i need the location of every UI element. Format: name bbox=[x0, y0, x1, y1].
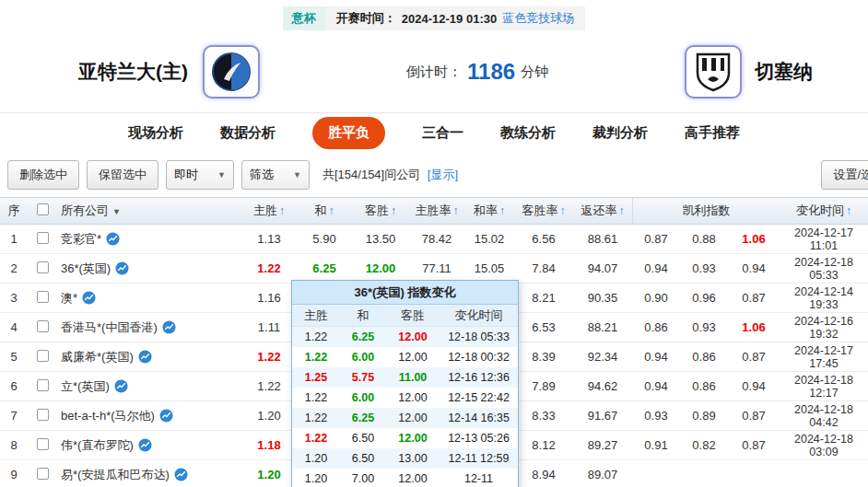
popup-odds-cell: 1.22 bbox=[292, 412, 340, 424]
company-cell[interactable]: 36*(英国) bbox=[57, 261, 241, 277]
popup-header-cell: 主胜 bbox=[292, 307, 340, 324]
tab-live-analysis[interactable]: 现场分析 bbox=[128, 124, 183, 142]
sort-asc-icon[interactable]: ↑ bbox=[560, 204, 566, 217]
show-link[interactable]: [显示] bbox=[428, 168, 458, 181]
row-checkbox[interactable] bbox=[37, 438, 49, 450]
row-checkbox-cell bbox=[28, 409, 57, 423]
row-checkbox[interactable] bbox=[37, 379, 49, 391]
odds-cell: 0.94 bbox=[728, 261, 780, 275]
popup-odds-cell: 1.25 bbox=[292, 371, 340, 384]
odds-cell: 1.16 bbox=[241, 291, 297, 305]
popup-time-cell: 12-11 12:59 bbox=[440, 452, 518, 465]
company-cell[interactable]: 香港马*(中国香港) bbox=[57, 319, 241, 336]
odds-cell: 89.07 bbox=[573, 468, 632, 481]
sort-asc-icon[interactable]: ↑ bbox=[279, 204, 285, 217]
delete-selected-button[interactable]: 删除选中 bbox=[7, 160, 79, 190]
sort-asc-icon[interactable]: ↑ bbox=[619, 204, 625, 217]
tab-win-draw-lose[interactable]: 胜平负 bbox=[312, 117, 385, 149]
company-cell[interactable]: 立*(英国) bbox=[57, 378, 241, 395]
row-checkbox-cell bbox=[28, 232, 57, 247]
header-away-rate[interactable]: 客胜率↑ bbox=[514, 203, 573, 219]
header-away-win[interactable]: 客胜↑ bbox=[352, 203, 409, 219]
sort-asc-icon[interactable]: ↑ bbox=[453, 204, 459, 217]
popup-odds-cell: 7.00 bbox=[340, 472, 386, 485]
row-checkbox[interactable] bbox=[37, 320, 49, 332]
sort-asc-icon[interactable]: ↑ bbox=[391, 204, 396, 217]
row-seq: 6 bbox=[0, 379, 28, 393]
row-checkbox[interactable] bbox=[37, 409, 49, 421]
time-mode-select[interactable]: 即时 ▼ bbox=[166, 160, 234, 190]
odds-cell: 6.56 bbox=[514, 232, 573, 246]
row-seq: 2 bbox=[0, 261, 28, 275]
chevron-down-icon: ▼ bbox=[293, 170, 301, 180]
company-cell[interactable]: 易*(安提瓜和巴布达) bbox=[57, 467, 241, 483]
header-home-rate[interactable]: 主胜率↑ bbox=[409, 203, 464, 219]
tab-coach-analysis[interactable]: 教练分析 bbox=[500, 124, 556, 142]
tab-data-analysis[interactable]: 数据分析 bbox=[220, 124, 276, 142]
sort-asc-icon[interactable]: ↑ bbox=[846, 204, 851, 217]
odds-cell: 0.91 bbox=[632, 438, 680, 452]
odds-cell: 0.96 bbox=[680, 291, 728, 305]
company-trend-icon[interactable] bbox=[159, 409, 173, 423]
popup-odds-cell: 5.75 bbox=[340, 371, 386, 384]
time-mode-value: 即时 bbox=[174, 167, 198, 183]
company-cell[interactable]: 威廉希*(英国) bbox=[57, 349, 241, 365]
odds-cell: 77.11 bbox=[409, 261, 464, 275]
row-checkbox[interactable] bbox=[37, 261, 49, 273]
row-checkbox[interactable] bbox=[37, 350, 49, 362]
header-home-win[interactable]: 主胜↑ bbox=[241, 203, 297, 219]
popup-header-cell: 和 bbox=[340, 307, 386, 324]
row-checkbox-cell bbox=[28, 350, 57, 365]
change-time-cell: 2024-12-18 03:09 bbox=[780, 433, 868, 458]
tab-referee-analysis[interactable]: 裁判分析 bbox=[592, 124, 648, 142]
odds-cell: 7.84 bbox=[514, 261, 573, 275]
company-trend-icon[interactable] bbox=[162, 320, 176, 334]
header-draw[interactable]: 和↑ bbox=[297, 203, 352, 219]
home-team-name: 亚特兰大(主) bbox=[78, 59, 188, 85]
company-cell[interactable]: bet-a-t-h*(马尔他) bbox=[57, 408, 241, 424]
popup-odds-cell: 12.00 bbox=[386, 472, 440, 485]
row-checkbox-cell bbox=[28, 379, 57, 394]
odds-cell: 8.94 bbox=[514, 468, 573, 481]
league-badge: 意杯 bbox=[283, 6, 325, 30]
change-time-cell: 2024-12-16 19:32 bbox=[780, 315, 868, 341]
company-trend-icon[interactable] bbox=[106, 232, 120, 246]
company-trend-icon[interactable] bbox=[138, 350, 152, 364]
company-trend-icon[interactable] bbox=[115, 261, 129, 275]
odds-cell: 1.20 bbox=[241, 468, 297, 481]
header-company[interactable]: 所有公司▼ bbox=[57, 203, 241, 219]
company-cell[interactable]: 澳* bbox=[57, 290, 241, 307]
header-change-time[interactable]: 变化时间↑ bbox=[780, 203, 868, 219]
popup-odds-cell: 12.00 bbox=[386, 351, 440, 364]
popup-odds-cell: 6.00 bbox=[340, 351, 386, 364]
company-trend-icon[interactable] bbox=[138, 438, 152, 452]
filter-select[interactable]: 筛选 ▼ bbox=[241, 160, 310, 190]
row-seq: 4 bbox=[0, 320, 28, 334]
company-cell[interactable]: 竞彩官* bbox=[57, 231, 241, 248]
row-checkbox[interactable] bbox=[37, 232, 49, 244]
keep-selected-button[interactable]: 保留选中 bbox=[87, 160, 158, 190]
filter-label: 筛选 bbox=[250, 167, 274, 183]
company-count-value: 共[154/154]间公司 bbox=[323, 168, 420, 181]
header-kelly-index[interactable]: 凯利指数 bbox=[632, 198, 780, 224]
row-checkbox-cell bbox=[28, 438, 57, 453]
row-checkbox[interactable] bbox=[37, 468, 49, 480]
popup-time-cell: 12-18 00:32 bbox=[440, 351, 518, 364]
select-all-checkbox[interactable] bbox=[37, 203, 49, 215]
header-return-rate[interactable]: 返还率↑ bbox=[573, 203, 632, 219]
company-trend-icon[interactable] bbox=[114, 379, 128, 393]
company-trend-icon[interactable] bbox=[174, 468, 188, 481]
company-cell[interactable]: 伟*(直布罗陀) bbox=[57, 437, 241, 454]
tab-three-in-one[interactable]: 三合一 bbox=[422, 124, 463, 142]
settings-button[interactable]: 设置/选 bbox=[821, 160, 868, 190]
match-info-bar: 意杯 开赛时间： 2024-12-19 01:30 蓝色竞技球场 bbox=[0, 0, 868, 31]
company-trend-icon[interactable] bbox=[82, 291, 96, 305]
row-checkbox-cell bbox=[28, 291, 57, 306]
header-draw-rate[interactable]: 和率↑ bbox=[464, 203, 514, 219]
row-checkbox[interactable] bbox=[37, 291, 49, 303]
change-time-cell: 2024-12-18 12:17 bbox=[780, 374, 868, 400]
sort-asc-icon[interactable]: ↑ bbox=[329, 204, 334, 217]
tab-expert-picks[interactable]: 高手推荐 bbox=[685, 124, 740, 142]
sort-asc-icon[interactable]: ↑ bbox=[499, 204, 505, 217]
odds-cell: 0.90 bbox=[632, 291, 680, 305]
